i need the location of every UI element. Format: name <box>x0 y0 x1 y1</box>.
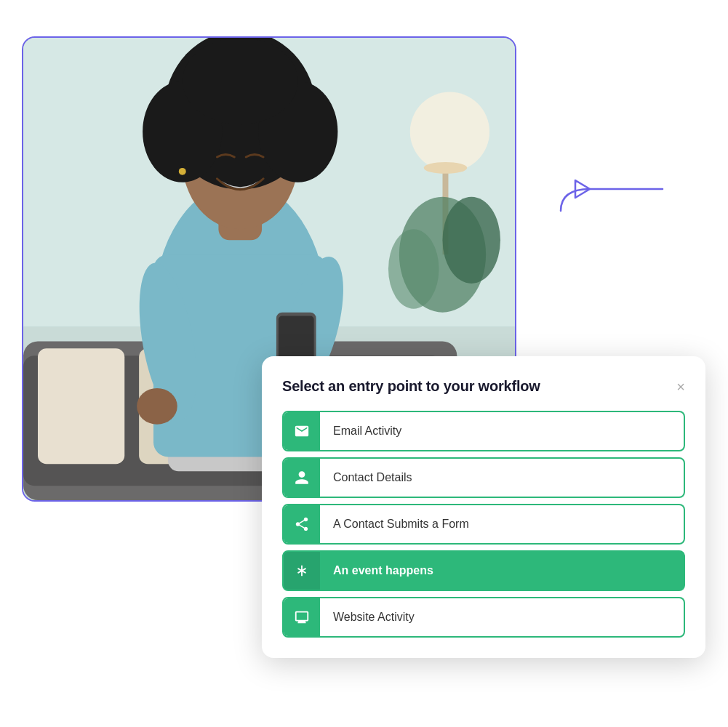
modal-title: Select an entry point to your workflow <box>282 378 540 395</box>
option-website-activity[interactable]: Website Activity <box>282 597 685 638</box>
close-button[interactable]: × <box>676 379 685 394</box>
svg-point-19 <box>137 388 177 425</box>
svg-point-29 <box>179 168 186 175</box>
share-icon <box>294 516 310 532</box>
option-email-activity[interactable]: Email Activity <box>282 411 685 451</box>
option-list: Email Activity Contact Details A C <box>282 411 685 638</box>
option-contact-label: Contact Details <box>320 471 425 484</box>
option-website-label: Website Activity <box>320 611 428 624</box>
option-contact-details[interactable]: Contact Details <box>282 457 685 498</box>
share-icon-bg <box>284 505 320 543</box>
modal-header: Select an entry point to your workflow × <box>282 378 685 395</box>
email-icon <box>294 423 310 439</box>
svg-point-3 <box>410 92 489 172</box>
person-icon-bg <box>284 459 320 497</box>
option-event-happens[interactable]: An event happens <box>282 550 685 591</box>
option-contact-submits[interactable]: A Contact Submits a Form <box>282 504 685 545</box>
option-submits-label: A Contact Submits a Form <box>320 518 482 531</box>
asterisk-icon <box>294 563 310 579</box>
scene: Select an entry point to your workflow ×… <box>0 0 728 727</box>
svg-point-7 <box>443 197 501 284</box>
svg-point-28 <box>183 38 298 124</box>
asterisk-icon-bg <box>284 552 320 590</box>
option-email-label: Email Activity <box>320 425 415 438</box>
arrow-connector <box>532 160 692 218</box>
option-event-label: An event happens <box>320 564 447 577</box>
svg-rect-11 <box>38 348 124 464</box>
monitor-icon <box>294 609 310 625</box>
svg-point-5 <box>424 162 468 174</box>
monitor-icon-bg <box>284 598 320 636</box>
person-icon <box>294 470 310 486</box>
svg-point-8 <box>388 229 439 308</box>
email-icon-bg <box>284 412 320 450</box>
workflow-modal: Select an entry point to your workflow ×… <box>262 356 705 658</box>
